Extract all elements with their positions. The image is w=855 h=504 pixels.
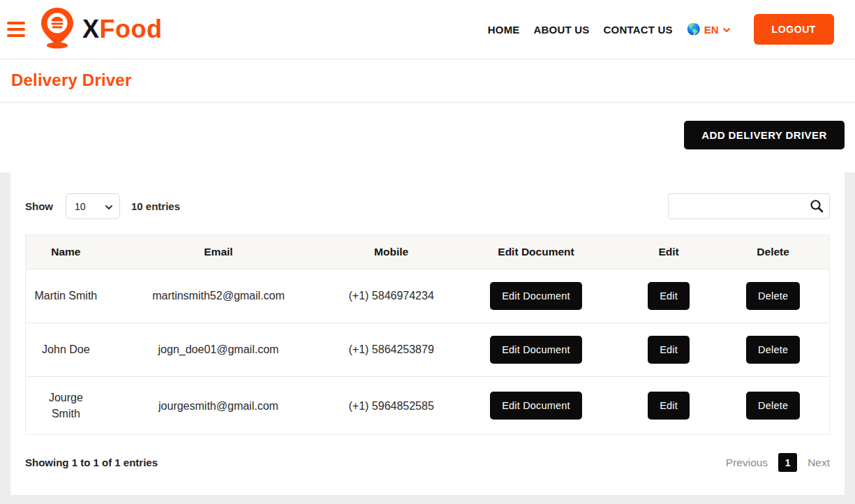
table-controls: Show 10 10 entries	[25, 193, 830, 219]
column-header-edit: Edit	[620, 235, 717, 269]
entries-summary: Showing 1 to 1 of 1 entries	[25, 457, 158, 468]
page-size-value: 10	[75, 201, 86, 212]
brand-logo[interactable]: XFood	[38, 6, 162, 52]
language-selector[interactable]: 🌎 EN	[687, 24, 730, 36]
main-nav: HOME ABOUT US CONTACT US 🌎 EN LOGOUT	[488, 14, 834, 45]
entries-label: 10 entries	[131, 200, 180, 212]
table-footer: Showing 1 to 1 of 1 entries Previous 1 N…	[25, 435, 830, 472]
pagination-previous[interactable]: Previous	[726, 457, 768, 469]
language-code: EN	[704, 24, 719, 36]
nav-home-link[interactable]: HOME	[488, 24, 520, 36]
menu-icon-bar	[7, 34, 25, 37]
top-bar: XFood HOME ABOUT US CONTACT US 🌎 EN LOGO…	[0, 0, 855, 59]
driver-name: Martin Smith	[26, 269, 106, 323]
driver-email: jogn_doe01@gmail.com	[106, 323, 332, 377]
search-icon[interactable]	[810, 199, 824, 213]
driver-email: martinsmith52@gmail.com	[106, 269, 332, 323]
search-container	[668, 193, 830, 219]
table-row: Jourge Smith jourgesmith@gmail.com (+1) …	[26, 377, 830, 435]
driver-name: Jourge Smith	[26, 377, 106, 435]
pagination-page-1[interactable]: 1	[778, 453, 797, 472]
drivers-card: Show 10 10 entries	[10, 172, 845, 495]
pagination-next[interactable]: Next	[808, 457, 830, 469]
brand-name-x: X	[82, 15, 100, 43]
menu-icon[interactable]	[7, 22, 25, 37]
edit-document-button[interactable]: Edit Document	[490, 336, 582, 364]
toolbar: ADD DELIVERY DRIVER	[0, 103, 855, 172]
edit-button[interactable]: Edit	[648, 392, 690, 420]
driver-name: John Doe	[26, 323, 106, 377]
driver-mobile: (+1) 5964852585	[331, 377, 452, 435]
page-title-section: Delivery Driver	[0, 59, 855, 103]
globe-icon: 🌎	[687, 24, 701, 35]
chevron-down-icon	[722, 26, 730, 34]
column-header-mobile: Mobile	[331, 235, 452, 269]
page-size-select[interactable]: 10	[66, 193, 120, 219]
brand-name: XFood	[82, 15, 162, 44]
column-header-email: Email	[106, 235, 332, 269]
map-pin-burger-icon	[38, 6, 77, 52]
nav-about-link[interactable]: ABOUT US	[534, 24, 590, 36]
logout-button[interactable]: LOGOUT	[754, 14, 834, 45]
delete-button[interactable]: Delete	[746, 392, 800, 420]
chevron-down-icon	[105, 203, 112, 211]
edit-document-button[interactable]: Edit Document	[490, 392, 582, 420]
driver-email: jourgesmith@gmail.com	[106, 377, 332, 435]
pagination: Previous 1 Next	[726, 453, 830, 472]
search-input[interactable]	[668, 193, 830, 219]
page-title: Delivery Driver	[11, 71, 844, 90]
edit-button[interactable]: Edit	[648, 336, 690, 364]
content-background: Show 10 10 entries	[0, 172, 855, 504]
table-row: Martin Smith martinsmith52@gmail.com (+1…	[26, 269, 830, 323]
driver-mobile: (+1) 5846974234	[331, 269, 452, 323]
add-delivery-driver-button[interactable]: ADD DELIVERY DRIVER	[684, 121, 845, 149]
table-row: John Doe jogn_doe01@gmail.com (+1) 58642…	[26, 323, 830, 377]
brand-name-food: Food	[100, 15, 163, 43]
edit-document-button[interactable]: Edit Document	[490, 282, 582, 310]
column-header-delete: Delete	[717, 235, 829, 269]
driver-mobile: (+1) 5864253879	[331, 323, 452, 377]
nav-contact-link[interactable]: CONTACT US	[603, 24, 672, 36]
table-header: Name Email Mobile Edit Document Edit Del…	[26, 235, 830, 269]
delete-button[interactable]: Delete	[746, 336, 800, 364]
edit-button[interactable]: Edit	[648, 282, 690, 310]
column-header-name: Name	[26, 235, 106, 269]
delete-button[interactable]: Delete	[746, 282, 800, 310]
menu-icon-bar	[7, 28, 25, 31]
show-label: Show	[25, 200, 53, 212]
menu-icon-bar	[7, 22, 25, 24]
drivers-table: Name Email Mobile Edit Document Edit Del…	[25, 235, 830, 435]
column-header-edit-document: Edit Document	[452, 235, 620, 269]
